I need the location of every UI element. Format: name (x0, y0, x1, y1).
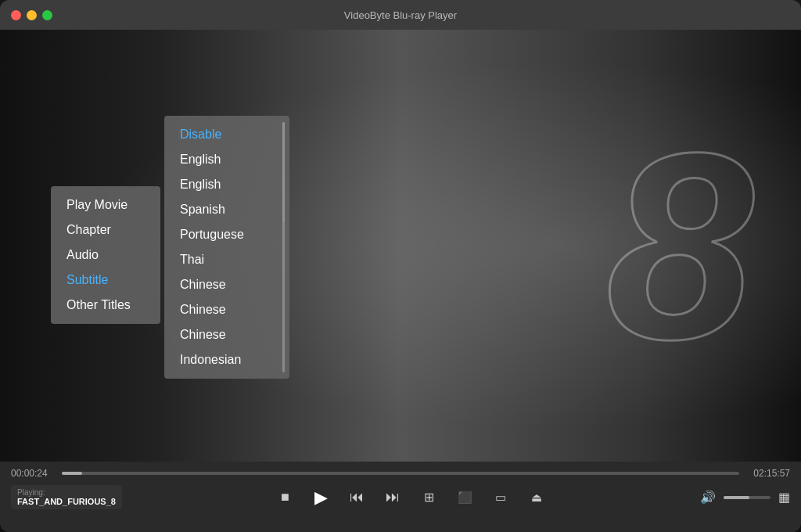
submenu-item-chinese-3[interactable]: Chinese (164, 322, 289, 347)
submenu-item-english-2[interactable]: English (164, 172, 289, 197)
center-controls: ■ ▶ ⏮ ⏭ ⊞ ⬛ ▭ ⏏ (122, 487, 700, 509)
playing-title: FAST_AND_FURIOUS_8 (17, 497, 116, 506)
submenu-item-indonesian[interactable]: Indonesian (164, 347, 289, 372)
volume-icon: 🔊 (700, 490, 716, 505)
submenu-item-disable[interactable]: Disable (164, 122, 289, 147)
minimize-button[interactable] (27, 10, 37, 20)
menu-item-chapter[interactable]: Chapter (51, 217, 160, 243)
submenu-item-thai[interactable]: Thai (164, 247, 289, 272)
submenu-scrollbar-thumb (282, 122, 285, 222)
prev-button[interactable]: ⏮ (346, 487, 368, 509)
volume-track[interactable] (724, 496, 770, 499)
screenshot-button[interactable]: ⬛ (454, 487, 476, 509)
menu-item-subtitle[interactable]: Subtitle (51, 268, 160, 293)
folder-button[interactable]: ▭ (490, 487, 512, 509)
next-button[interactable]: ⏭ (382, 487, 404, 509)
traffic-lights (11, 10, 52, 20)
movie-title-number: 8 (606, 113, 738, 379)
current-time: 00:00:24 (11, 468, 54, 479)
grid-button[interactable]: ⊞ (418, 487, 440, 509)
submenu-item-english-1[interactable]: English (164, 147, 289, 172)
stop-button[interactable]: ■ (274, 487, 296, 509)
menu-item-other-titles[interactable]: Other Titles (51, 293, 160, 318)
playing-label: Playing: (17, 488, 116, 497)
eject-button[interactable]: ⏏ (526, 487, 548, 509)
submenu-scrollbar[interactable] (282, 122, 285, 372)
maximize-button[interactable] (42, 10, 52, 20)
progress-area: 00:00:24 02:15:57 (0, 462, 801, 482)
menu-item-play-movie[interactable]: Play Movie (51, 192, 160, 217)
controls-bar: 00:00:24 02:15:57 Playing: FAST_AND_FURI… (0, 462, 801, 532)
progress-track[interactable] (62, 472, 739, 475)
submenu-item-chinese-1[interactable]: Chinese (164, 272, 289, 297)
menu-item-audio[interactable]: Audio (51, 243, 160, 268)
main-window: VideoByte Blu-ray Player 8 Play Movie Ch… (0, 0, 801, 532)
controls-row: Playing: FAST_AND_FURIOUS_8 ■ ▶ ⏮ ⏭ ⊞ ⬛ … (0, 482, 801, 512)
close-button[interactable] (11, 10, 21, 20)
submenu-item-chinese-2[interactable]: Chinese (164, 297, 289, 322)
playing-info: Playing: FAST_AND_FURIOUS_8 (11, 485, 122, 509)
submenu-item-portuguese[interactable]: Portuguese (164, 222, 289, 247)
volume-fill (724, 496, 749, 499)
fullscreen-button[interactable]: ▦ (778, 490, 790, 505)
window-title: VideoByte Blu-ray Player (344, 9, 457, 21)
subtitle-submenu: Disable English English Spanish Portugue… (164, 116, 289, 379)
context-menu: Play Movie Chapter Audio Subtitle Other … (51, 186, 160, 324)
player-area: 8 Play Movie Chapter Audio Subtitle Othe… (0, 30, 801, 462)
submenu-item-spanish[interactable]: Spanish (164, 197, 289, 222)
right-controls: 🔊 ▦ (700, 490, 790, 505)
total-time: 02:15:57 (747, 468, 790, 479)
play-button[interactable]: ▶ (310, 487, 332, 509)
progress-fill (62, 472, 82, 475)
titlebar: VideoByte Blu-ray Player (0, 0, 801, 30)
